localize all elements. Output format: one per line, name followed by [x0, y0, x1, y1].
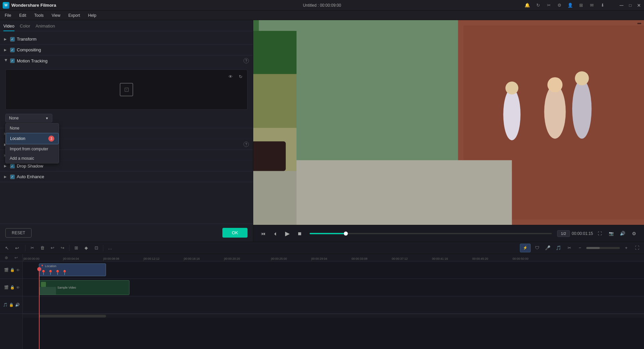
timeline-delete-tool[interactable]: 🗑 [38, 244, 47, 252]
track-location-lock[interactable]: 🔒 [10, 268, 15, 272]
scissors-icon[interactable]: ✂ [545, 2, 552, 9]
ruler-mark-11: 00:00:45:20 [472, 257, 488, 260]
timeline-zoom-fit-tool[interactable]: ⊡ [92, 244, 101, 252]
timeline-shield-btn[interactable]: 🛡 [533, 244, 541, 252]
ruler-tick-4 [184, 259, 184, 261]
timeline-more-tools[interactable]: … [106, 244, 114, 252]
grid-icon[interactable]: ⊞ [578, 2, 584, 9]
location-clip[interactable]: 📍 Location 📍 📍 📍 📍 [39, 263, 106, 276]
timeline-cursor-tool[interactable]: ↖ [3, 244, 11, 252]
svg-rect-22 [39, 287, 56, 295]
drop-shadow-checkbox[interactable]: ✓ [10, 164, 15, 168]
timeline-render-btn[interactable]: ⚡ [520, 244, 531, 252]
tracking-type-select[interactable]: None ▼ [5, 114, 52, 122]
sync-icon[interactable]: ↻ [535, 2, 541, 9]
ok-button[interactable]: OK [222, 228, 248, 238]
compositing-checkbox[interactable]: ✓ [10, 48, 15, 52]
play-button[interactable]: ▶ [283, 229, 292, 238]
left-panel: Video Color Animation ▶ ✓ Transform ▶ ✓ … [0, 20, 253, 242]
ruler-mark-1: 00:00:04:04 [63, 257, 79, 260]
scrollbar-thumb[interactable] [39, 315, 106, 317]
timeline-content[interactable]: 00:00:00:00 00:00:04:04 00:00:08:08 00:0… [23, 254, 644, 349]
pin-1: 📍 [41, 270, 46, 275]
video-clip-title: Sample Video [57, 286, 128, 289]
track-row-video: Sample Video [23, 279, 644, 296]
timeline-marker-tool[interactable]: ◆ [82, 244, 91, 252]
fullscreen-button[interactable]: ⛶ [595, 229, 604, 238]
dropdown-option-none[interactable]: None [6, 123, 59, 133]
tracking-refresh-button[interactable]: ↻ [236, 72, 245, 81]
transform-checkbox[interactable]: ✓ [10, 37, 15, 42]
tab-animation[interactable]: Animation [36, 22, 55, 31]
timeline-expand-btn[interactable]: ⛶ [633, 244, 641, 252]
progress-bar[interactable] [310, 233, 552, 234]
settings-gear-icon[interactable]: ⚙ [556, 2, 563, 9]
reset-button[interactable]: RESET [5, 228, 32, 238]
track-location-icon: 🎬 [4, 268, 9, 272]
menu-export[interactable]: Export [65, 12, 84, 19]
timeline-crop-btn[interactable]: ✂ [565, 244, 574, 252]
timeline-undo-tool[interactable]: ↩ [48, 244, 57, 252]
menu-help[interactable]: Help [85, 12, 100, 19]
timeline-ripple-tool[interactable]: ↩ [13, 244, 21, 252]
close-button[interactable]: ✕ [637, 3, 641, 8]
tab-video[interactable]: Video [3, 22, 14, 31]
timeline-plus-btn[interactable]: + [622, 244, 631, 252]
playback-speed-select[interactable]: 1/2 [557, 230, 570, 237]
timeline-zoom-slider[interactable] [586, 247, 620, 249]
volume-button[interactable]: 🔊 [618, 229, 627, 238]
app-name: Wondershare Filmora [11, 3, 56, 8]
download-icon[interactable]: ⬇ [599, 2, 606, 9]
track-audio-lock[interactable]: 🔒 [9, 303, 14, 307]
progress-thumb[interactable] [344, 232, 348, 236]
section-auto-enhance: ▶ ✓ Auto Enhance [0, 171, 253, 182]
menu-view[interactable]: View [48, 12, 64, 19]
timeline-snap-tool[interactable]: ⊞ [72, 244, 80, 252]
timeline-scrollbar[interactable] [23, 314, 644, 318]
auto-enhance-checkbox[interactable]: ✓ [10, 174, 15, 179]
motion-tracking-header[interactable]: ▶ ✓ Motion Tracking ? [0, 55, 253, 66]
menu-edit[interactable]: Edit [16, 12, 30, 19]
dropdown-option-import[interactable]: Import from computer [6, 144, 59, 154]
screenshot-button[interactable]: 📷 [606, 229, 616, 238]
auto-enhance-arrow: ▶ [4, 175, 8, 179]
minimize-button[interactable]: ─ [619, 3, 624, 8]
menu-tools[interactable]: Tools [31, 12, 47, 19]
transform-header[interactable]: ▶ ✓ Transform [0, 34, 253, 44]
add-track-button[interactable]: ↩ [14, 255, 18, 260]
add-media-button[interactable]: ⊕ [5, 255, 8, 260]
timeline-minus-btn[interactable]: − [576, 244, 584, 252]
maximize-button[interactable]: □ [628, 3, 633, 8]
auto-enhance-header[interactable]: ▶ ✓ Auto Enhance [0, 171, 253, 182]
timeline-mic-btn[interactable]: 🎤 [543, 244, 552, 252]
settings-button[interactable]: ⚙ [629, 229, 639, 238]
motion-tracking-checkbox[interactable]: ✓ [10, 58, 15, 63]
timeline-cut-tool[interactable]: ✂ [28, 244, 37, 252]
notification-icon[interactable]: 🔔 [524, 2, 531, 9]
motion-tracking-arrow: ▶ [4, 59, 8, 63]
preview-time-display: 00:00:01:15 [572, 231, 593, 236]
user-icon[interactable]: 👤 [567, 2, 574, 9]
menu-file[interactable]: File [1, 12, 14, 19]
dropdown-option-location[interactable]: Location 3 [6, 133, 59, 144]
prev-frame-button[interactable]: ⏮ [259, 229, 268, 238]
step-back-button[interactable]: ⏴ [271, 229, 280, 238]
timeline-redo-tool[interactable]: ↪ [58, 244, 67, 252]
track-audio-vol[interactable]: 🔊 [15, 303, 20, 307]
ruler-tick-3 [144, 259, 144, 261]
tab-color[interactable]: Color [20, 22, 30, 31]
mail-icon[interactable]: ✉ [588, 2, 595, 9]
motion-tracking-help[interactable]: ? [244, 58, 249, 63]
right-panel: 2 ⏮ ⏴ ▶ ⏹ 1/2 00:00:01:15 ⛶ 📷 🔊 [253, 20, 644, 242]
track-video-eye[interactable]: 👁 [16, 286, 20, 290]
tracking-eye-button[interactable]: 👁 [226, 72, 234, 81]
tracking-preview: ⊡ 👁 ↻ [5, 69, 248, 110]
compositing-header[interactable]: ▶ ✓ Compositing [0, 45, 253, 55]
timeline-audio-btn[interactable]: 🎵 [554, 244, 563, 252]
track-video-lock[interactable]: 🔒 [10, 285, 15, 290]
stop-button[interactable]: ⏹ [295, 229, 304, 238]
track-location-eye[interactable]: 👁 [16, 268, 20, 272]
video-clip[interactable]: Sample Video [39, 280, 129, 295]
chroma-key-help[interactable]: ? [244, 142, 249, 147]
dropdown-option-mosaic[interactable]: Add a mosaic [6, 154, 59, 163]
